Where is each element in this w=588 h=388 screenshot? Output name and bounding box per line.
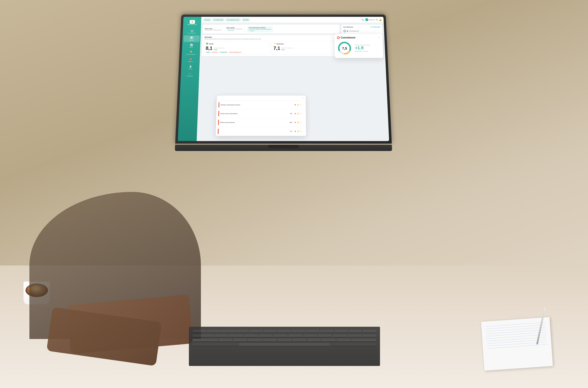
key[interactable] (292, 330, 305, 333)
go-to-measures-link[interactable]: GO TO MEASURES (370, 26, 380, 28)
key[interactable] (244, 334, 258, 338)
how-it-works-subtitle: Find the platform's main features (226, 28, 242, 30)
results-icon: 📈 (190, 44, 193, 46)
divider-1 (224, 26, 224, 32)
space-key[interactable] (239, 343, 330, 346)
commitment-popup-body: 7,5 CROSS-SECTOR VALUE +1.9 Significantl… (337, 41, 381, 56)
key[interactable] (363, 330, 376, 333)
notebook (481, 317, 553, 371)
sidebar-label-organisation: Your organisation (187, 33, 196, 34)
quick-setup-title: Quick setup (205, 28, 212, 29)
running-measures-icon: 🔄 (343, 30, 346, 32)
rec-energy-icon-3: ⚡ (297, 121, 299, 123)
key[interactable] (219, 339, 232, 342)
commitment-title: Commitment (340, 36, 355, 39)
shift-key-right[interactable] (331, 343, 376, 346)
health-metric-card: 💚 Health ⤢ 8,1 CROSS-SECTOR VA (204, 41, 271, 55)
filter-management[interactable]: All management levels (226, 18, 241, 21)
motivation-metric-card: ⚡ Motivation ⤢ 7,1 CROSS-SECTOR (272, 41, 338, 55)
overview-section: Overview Here you get an overview of the… (202, 35, 340, 56)
motivation-icon: ⚡ (273, 43, 276, 45)
notebook-line (487, 332, 546, 337)
surveys-icon: 📋 (189, 65, 192, 68)
overview-metrics: 💚 Health ⤢ 8,1 CROSS-SECTOR VA (204, 41, 338, 55)
filter-entities[interactable]: All entities (242, 18, 250, 21)
key[interactable] (334, 330, 348, 333)
rec-circle-icon-1: ○ (300, 104, 302, 106)
health-sector-value: +3.5 ↑ (214, 49, 225, 50)
method-title: The DearEmployee Method (249, 27, 271, 28)
dear-employee-method-box: The DearEmployee Method Learn how we inc… (247, 26, 273, 32)
measures-card-title: Your Measures GO TO MEASURES (343, 26, 380, 28)
rec-circle-icon-3: ○ (300, 121, 302, 123)
sidebar-item-organisation[interactable]: 🏢 Your organisation (184, 28, 200, 35)
motivation-sector-info: CROSS-SECTOR VALUE +0.1 (281, 48, 292, 51)
key[interactable] (263, 339, 277, 342)
settings-icon[interactable]: ⚙ (376, 19, 378, 21)
page-root: 😊 DEAR EMPLOYEE 🏢 Your organisation 📊 Ov… (0, 0, 588, 388)
key[interactable] (207, 330, 220, 333)
key[interactable] (273, 334, 287, 338)
recommendations-expand-icon[interactable]: ⤢ (302, 97, 304, 99)
rec-arrow-2: › (303, 113, 304, 115)
commitment-close-button[interactable]: ✕ (378, 37, 380, 39)
discover-link[interactable]: → Discover (249, 30, 271, 31)
rec-score-3: 8.1 (290, 121, 292, 123)
key[interactable] (351, 339, 376, 342)
key[interactable] (193, 339, 218, 342)
laptop-keyboard-base (175, 145, 392, 151)
key[interactable] (259, 334, 273, 338)
filter-specials[interactable]: All specials fields (212, 18, 225, 21)
key[interactable] (292, 339, 306, 342)
sidebar-item-marketplace[interactable]: 🛒 Marketplace (182, 71, 198, 78)
sidebar-item-recommendations[interactable]: 💡 Recommendations (183, 49, 199, 56)
key[interactable] (318, 334, 332, 338)
key[interactable] (278, 330, 291, 333)
commitment-expand-icon[interactable]: ⤢ (356, 37, 358, 39)
trackpad (268, 145, 299, 148)
recommendations-popup-header: ⤢ (217, 96, 306, 100)
key[interactable] (264, 330, 277, 333)
key[interactable] (235, 330, 249, 333)
key[interactable] (249, 330, 263, 333)
key[interactable] (277, 339, 291, 342)
key[interactable] (336, 339, 350, 342)
key[interactable] (362, 334, 376, 338)
sidebar-label-measures: Measures (188, 61, 193, 62)
key[interactable] (320, 330, 334, 333)
health-expand-icon[interactable]: ⤢ (267, 43, 269, 45)
user-label: Client view (369, 19, 375, 21)
key[interactable] (193, 334, 214, 338)
rec-indicator-1 (219, 102, 220, 107)
measures-title-text: Your Measures (343, 26, 353, 28)
bell-icon[interactable]: 🔔 (379, 19, 382, 21)
key[interactable] (229, 334, 243, 338)
take-tour-link[interactable]: → Take the tour (226, 30, 242, 31)
key[interactable] (221, 330, 234, 333)
filter-all-groups[interactable]: All groups (203, 18, 211, 21)
sidebar-item-measures[interactable]: 🎯 Measures (182, 57, 199, 63)
overview-description: Here you get an overview of the current … (204, 39, 338, 40)
sidebar-item-overview[interactable]: 📊 Overview (183, 36, 200, 42)
user-chip[interactable]: C Client view (365, 18, 375, 21)
key[interactable] (349, 330, 362, 333)
key[interactable] (303, 334, 317, 338)
key[interactable] (288, 334, 302, 338)
key[interactable] (193, 330, 206, 333)
method-subtitle: Learn how we increase your employees' he… (249, 28, 271, 30)
key[interactable] (333, 334, 347, 338)
quick-setup-bar: Quick setup ✓ Get started with 3 simple … (203, 25, 339, 34)
key[interactable] (233, 339, 247, 342)
sidebar-item-surveys[interactable]: 📋 Surveys (182, 64, 199, 71)
key[interactable] (347, 334, 361, 338)
key[interactable] (248, 339, 262, 342)
key[interactable] (214, 334, 228, 338)
key[interactable] (307, 339, 321, 342)
shift-key[interactable] (193, 343, 238, 346)
key[interactable] (322, 339, 336, 342)
search-icon[interactable]: 🔍 (361, 19, 364, 21)
sidebar-item-results[interactable]: 📈 Results (183, 42, 199, 49)
key[interactable] (306, 330, 319, 333)
rec-score-4: 7.7 (290, 131, 292, 132)
app-logo: 😊 DEAR EMPLOYEE (186, 19, 198, 26)
